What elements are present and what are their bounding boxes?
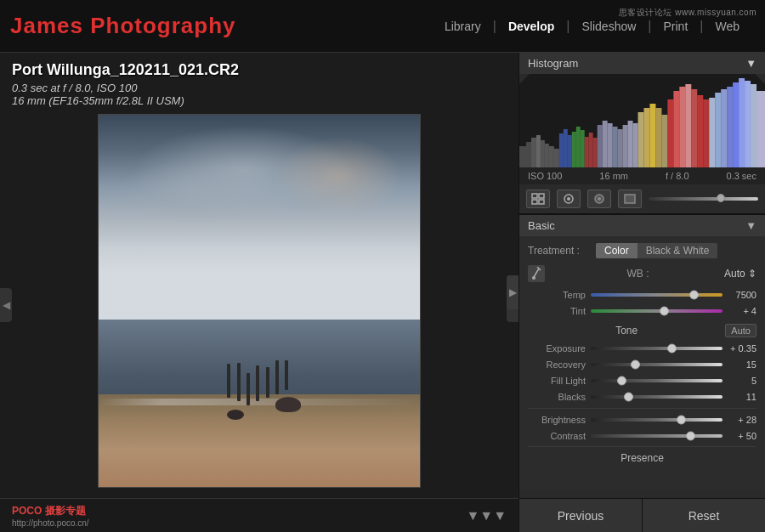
auto-tone-btn[interactable]: Auto [725,324,756,337]
nav: Library | Develop | Slideshow | Print | … [433,16,751,37]
basic-panel-title: Basic [528,219,555,232]
recovery-label: Recovery [528,359,586,370]
blacks-slider-row: Blacks 11 [528,391,756,403]
wb-eyedropper-icon[interactable] [528,265,545,282]
wb-label: WB : [552,268,724,280]
wb-value[interactable]: Auto ⇕ [724,268,756,280]
svg-rect-36 [685,84,691,167]
fill-value: 5 [726,376,756,386]
tint-value: + 4 [726,306,756,316]
nav-web[interactable]: Web [703,16,751,37]
cloud2 [115,160,275,227]
photo-canvas [98,114,421,488]
rock-1 [275,397,301,412]
exposure-thumb [667,344,677,354]
nav-library[interactable]: Library [433,16,493,37]
brightness-value: + 28 [726,415,756,425]
basic-panel-arrow: ▼ [745,219,756,232]
tool-row [519,184,765,214]
svg-rect-34 [673,91,679,167]
svg-rect-9 [549,146,554,167]
recovery-slider-wrap[interactable] [591,359,722,371]
photo-prev-arrow[interactable]: ◀ [0,288,12,322]
logo-james: James [10,13,90,38]
blacks-track [591,395,722,399]
pier-post-3 [246,373,250,405]
recovery-slider-row: Recovery 15 [528,359,756,371]
poco-logo: POCO 摄影专题 http://photo.poco.cn/ [12,504,89,528]
temp-slider-wrap[interactable] [591,289,722,301]
svg-point-56 [598,197,601,201]
tint-thumb [660,307,669,316]
reset-button[interactable]: Reset [643,499,765,532]
svg-rect-39 [703,99,709,167]
tool-square[interactable] [618,190,642,208]
svg-rect-44 [733,82,739,167]
svg-point-54 [567,197,570,201]
temp-value: 7500 [726,290,756,300]
svg-line-58 [534,269,539,277]
fill-slider-wrap[interactable] [591,375,722,387]
svg-rect-17 [585,137,589,167]
svg-rect-51 [532,200,537,204]
contrast-slider-wrap[interactable] [591,430,722,442]
panels-scroll[interactable]: Basic ▼ Treatment : Color Black & White … [519,214,765,498]
contrast-label: Contrast [528,431,586,441]
logo-p-red: P [90,13,105,38]
histogram-arrow: ▼ [745,57,756,70]
fill-slider-row: Fill Light 5 [528,375,756,387]
brightness-slider-row: Brightness + 28 [528,414,756,426]
photo-meta-line2: 16 mm (EF16-35mm f/2.8L II USM) [12,94,507,107]
treatment-color-btn[interactable]: Color [596,243,638,258]
svg-rect-5 [531,138,536,167]
exposure-label: Exposure [528,343,586,354]
watermark: 思客设计论坛 www.missyuan.com [619,7,756,19]
svg-rect-38 [697,95,703,167]
treatment-bw-btn[interactable]: Black & White [638,243,718,258]
right-panel: Histogram ▼ [518,53,765,532]
tone-header-row: Tone Auto [528,324,756,337]
photo-meta-line1: 0.3 sec at f / 8.0, ISO 100 [12,82,507,94]
hist-mm: 16 mm [599,171,628,181]
logo-hotography: hotography [106,13,236,38]
treatment-row: Treatment : Color Black & White [528,243,756,258]
nav-slideshow[interactable]: Slideshow [570,16,649,37]
histogram-title: Histogram [528,57,578,70]
histogram-meta: ISO 100 16 mm f / 8.0 0.3 sec [519,167,765,184]
svg-rect-11 [559,133,564,167]
svg-rect-49 [532,194,537,198]
tool-circle[interactable] [557,190,581,208]
recovery-value: 15 [726,359,756,370]
tool-target[interactable] [587,190,611,208]
previous-button[interactable]: Previous [519,499,643,532]
svg-rect-43 [727,87,733,167]
tint-slider-wrap[interactable] [591,305,722,317]
panel-collapse-arrow[interactable]: ▶ [507,275,518,309]
hist-aperture: f / 8.0 [666,171,689,181]
temp-label: Temp [528,290,586,300]
basic-panel-header[interactable]: Basic ▼ [519,214,765,236]
svg-rect-27 [633,123,638,167]
contrast-value: + 50 [726,431,756,441]
blacks-slider-wrap[interactable] [591,391,722,403]
bottom-buttons: Previous Reset [519,498,765,532]
fill-track [591,379,722,382]
svg-rect-3 [519,146,526,167]
svg-point-59 [532,276,536,280]
tool-grid[interactable] [526,190,550,208]
svg-rect-52 [539,200,544,204]
svg-rect-20 [598,125,603,167]
svg-rect-31 [655,108,661,167]
pier-post-1 [227,364,230,398]
photo-container: ◀ ▶ [0,112,518,498]
fill-thumb [617,376,626,386]
svg-rect-32 [661,115,667,167]
nav-print[interactable]: Print [652,16,700,37]
tool-mini-slider[interactable] [649,197,758,201]
nav-develop[interactable]: Develop [496,16,566,37]
brightness-track [591,418,722,422]
pier-post-5 [266,367,269,398]
exposure-slider-wrap[interactable] [591,342,722,354]
svg-rect-23 [613,127,618,167]
brightness-slider-wrap[interactable] [591,414,722,426]
